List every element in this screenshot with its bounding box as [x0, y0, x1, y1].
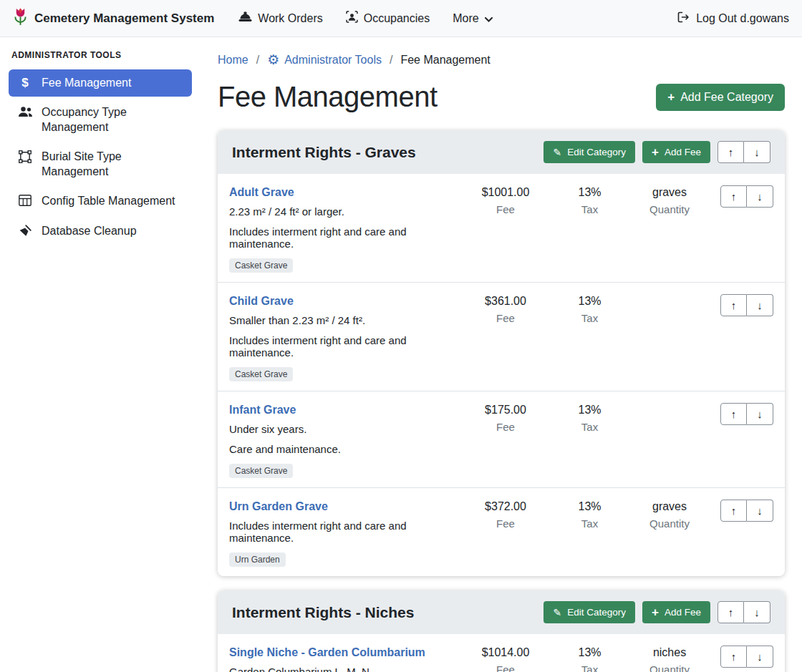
fee-description: Includes interment right and care and ma…: [229, 334, 453, 359]
add-fee-button[interactable]: + Add Fee: [642, 601, 710, 623]
edit-category-button[interactable]: ✎ Edit Category: [543, 601, 635, 623]
breadcrumb-admin-tools[interactable]: ⚙ Administrator Tools: [267, 53, 382, 67]
category-reorder-group: ↑ ↓: [718, 141, 770, 163]
fee-amount: $175.00: [459, 404, 552, 417]
logout-button[interactable]: Log Out d.gowans: [677, 11, 789, 26]
fee-amount-label: Fee: [459, 663, 552, 672]
arrow-up-icon: ↑: [731, 505, 737, 517]
fee-description: Under six years.: [229, 423, 453, 435]
arrow-down-icon: ↓: [757, 408, 763, 420]
nav-more[interactable]: More: [453, 12, 492, 25]
fee-name-link[interactable]: Adult Grave: [229, 186, 294, 199]
fee-amount-label: Fee: [459, 421, 552, 433]
app-brand[interactable]: Cemetery Management System: [13, 7, 214, 29]
sidebar-item-fee-management[interactable]: $ Fee Management: [9, 69, 192, 97]
fee-tax-column: 13% Tax: [552, 293, 627, 324]
arrow-down-icon: ↓: [754, 146, 760, 158]
fee-tax-column: 13% Tax: [552, 402, 627, 433]
fee-type-badge: Casket Grave: [229, 464, 293, 478]
fee-tax-label: Tax: [552, 663, 627, 672]
breadcrumb-home[interactable]: Home: [218, 54, 248, 67]
fee-move-up-button[interactable]: ↑: [720, 500, 747, 522]
table-icon: [17, 195, 33, 206]
fee-move-down-button[interactable]: ↓: [747, 185, 773, 208]
nav-occupancies[interactable]: Occupancies: [346, 11, 430, 26]
arrow-up-icon: ↑: [728, 146, 734, 158]
fee-description: Garden Columbarium L, M, N.: [229, 666, 453, 672]
category-move-down-button[interactable]: ↓: [744, 601, 770, 623]
fee-move-up-button[interactable]: ↑: [720, 646, 747, 668]
sidebar-item-label: Config Table Management: [42, 194, 175, 208]
fee-type-badge: Casket Grave: [229, 367, 293, 381]
fee-quantity-label: Quantity: [627, 203, 712, 215]
nav-work-orders[interactable]: Work Orders: [238, 11, 322, 25]
fee-name-link[interactable]: Child Grave: [229, 295, 294, 308]
sidebar-item-label: Occupancy Type Management: [42, 105, 183, 135]
fee-quantity-column: graves Quantity: [627, 185, 712, 215]
arrow-up-icon: ↑: [731, 299, 737, 311]
fee-quantity-column: graves Quantity: [627, 499, 712, 530]
fee-tax-label: Tax: [552, 203, 627, 215]
fee-name-link[interactable]: Infant Grave: [229, 404, 296, 417]
fee-category-card: Interment Rights - Graves ✎ Edit Categor…: [218, 130, 785, 576]
add-fee-button[interactable]: + Add Fee: [642, 141, 710, 163]
category-move-up-button[interactable]: ↑: [718, 141, 744, 163]
person-bounding-box-icon: [346, 11, 358, 26]
fee-move-down-button[interactable]: ↓: [747, 646, 773, 668]
fee-tax: 13%: [552, 186, 627, 199]
category-actions: ✎ Edit Category + Add Fee ↑ ↓: [543, 601, 770, 623]
add-fee-category-button[interactable]: + Add Fee Category: [656, 84, 785, 111]
fee-move-up-button[interactable]: ↑: [720, 294, 747, 316]
fee-move-down-button[interactable]: ↓: [747, 294, 773, 316]
fee-tax: 13%: [552, 646, 627, 659]
fee-reorder-group: ↑ ↓: [720, 500, 773, 522]
arrow-up-icon: ↑: [731, 190, 737, 203]
arrow-up-icon: ↑: [728, 606, 734, 618]
sidebar-item-occupancy-type-management[interactable]: Occupancy Type Management: [9, 99, 192, 141]
fee-move-up-button[interactable]: ↑: [720, 185, 747, 208]
sidebar-item-config-table-management[interactable]: Config Table Management: [9, 188, 192, 215]
fee-row: Child Grave Smaller than 2.23 m² / 24 ft…: [218, 282, 785, 391]
category-move-up-button[interactable]: ↑: [718, 601, 744, 623]
fee-amount: $1014.00: [459, 646, 552, 659]
fee-amount-column: $1001.00 Fee: [459, 185, 552, 215]
fee-amount-label: Fee: [459, 312, 552, 324]
fee-quantity-unit: graves: [627, 186, 712, 199]
fee-row: Single Niche - Garden Columbarium Garden…: [218, 634, 785, 672]
fee-name-link[interactable]: Urn Garden Grave: [229, 500, 328, 513]
arrow-up-icon: ↑: [731, 651, 737, 663]
category-header: Interment Rights - Niches ✎ Edit Categor…: [218, 590, 785, 634]
category-actions: ✎ Edit Category + Add Fee ↑ ↓: [543, 141, 770, 163]
sidebar-item-label: Database Cleanup: [42, 224, 137, 238]
fee-tax-column: 13% Tax: [552, 499, 627, 530]
fee-quantity-column: niches Quantity: [627, 645, 712, 672]
category-title: Interment Rights - Graves: [232, 144, 416, 161]
fee-amount-label: Fee: [459, 517, 552, 530]
pencil-icon: ✎: [553, 147, 561, 157]
users-icon: [17, 106, 33, 117]
fee-tax-label: Tax: [552, 421, 627, 433]
fee-row: Urn Garden Grave Includes interment righ…: [218, 487, 785, 576]
fee-move-up-button[interactable]: ↑: [720, 403, 747, 425]
fee-tax-column: 13% Tax: [552, 185, 627, 215]
sidebar-item-burial-site-type-management[interactable]: Burial Site Type Management: [9, 143, 192, 185]
breadcrumb-current: Fee Management: [400, 54, 490, 67]
fee-name-link[interactable]: Single Niche - Garden Columbarium: [229, 646, 425, 659]
fee-reorder-group: ↑ ↓: [720, 294, 773, 316]
tulip-logo-icon: [13, 7, 28, 29]
broom-icon: [17, 225, 33, 238]
category-move-down-button[interactable]: ↓: [744, 141, 770, 163]
fee-description: Smaller than 2.23 m² / 24 ft².: [229, 314, 453, 326]
sidebar-item-database-cleanup[interactable]: Database Cleanup: [9, 218, 192, 245]
fee-reorder-group: ↑ ↓: [720, 185, 773, 208]
fee-row: Infant Grave Under six years. Care and m…: [218, 391, 785, 487]
category-header: Interment Rights - Graves ✎ Edit Categor…: [218, 130, 785, 174]
arrow-down-icon: ↓: [757, 651, 763, 663]
pencil-icon: ✎: [553, 608, 561, 618]
fee-move-down-button[interactable]: ↓: [747, 500, 773, 522]
logout-label: Log Out d.gowans: [696, 12, 789, 25]
fee-description: Includes interment right and care and ma…: [229, 225, 453, 250]
fee-move-down-button[interactable]: ↓: [747, 403, 773, 425]
edit-category-button[interactable]: ✎ Edit Category: [543, 141, 635, 163]
fee-tax-label: Tax: [552, 312, 627, 324]
